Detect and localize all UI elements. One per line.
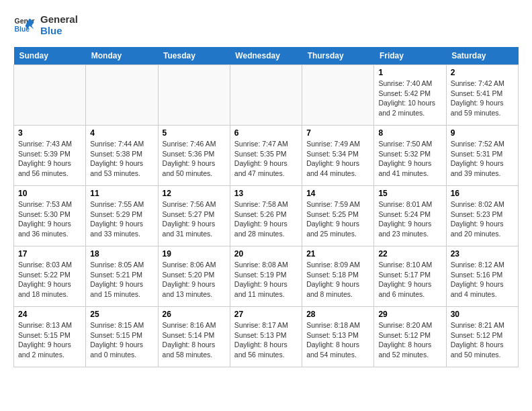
day-cell: 26Sunrise: 8:16 AMSunset: 5:14 PMDayligh… xyxy=(158,307,230,367)
day-cell xyxy=(302,65,374,126)
day-info: Sunrise: 8:06 AMSunset: 5:20 PMDaylight:… xyxy=(163,260,226,300)
day-number: 24 xyxy=(18,310,81,319)
week-row-2: 3Sunrise: 7:43 AMSunset: 5:39 PMDaylight… xyxy=(14,126,519,186)
week-row-4: 17Sunrise: 8:03 AMSunset: 5:22 PMDayligh… xyxy=(14,246,519,307)
day-cell: 5Sunrise: 7:46 AMSunset: 5:36 PMDaylight… xyxy=(158,126,230,186)
day-info: Sunrise: 8:10 AMSunset: 5:17 PMDaylight:… xyxy=(378,260,441,300)
day-number: 18 xyxy=(90,249,153,259)
day-number: 6 xyxy=(234,128,298,138)
day-cell: 28Sunrise: 8:18 AMSunset: 5:13 PMDayligh… xyxy=(302,307,374,367)
day-info: Sunrise: 7:52 AMSunset: 5:31 PMDaylight:… xyxy=(451,139,514,179)
day-cell: 27Sunrise: 8:17 AMSunset: 5:13 PMDayligh… xyxy=(230,307,302,367)
day-cell: 4Sunrise: 7:44 AMSunset: 5:38 PMDaylight… xyxy=(86,126,158,186)
day-number: 19 xyxy=(163,249,226,259)
day-number: 10 xyxy=(18,189,81,198)
day-number: 11 xyxy=(90,189,153,198)
day-info: Sunrise: 8:12 AMSunset: 5:16 PMDaylight:… xyxy=(451,260,514,300)
day-number: 5 xyxy=(163,128,226,138)
day-number: 4 xyxy=(90,128,153,138)
page-header: General Blue General Blue xyxy=(13,13,519,36)
day-info: Sunrise: 8:03 AMSunset: 5:22 PMDaylight:… xyxy=(18,260,81,300)
day-info: Sunrise: 8:13 AMSunset: 5:15 PMDaylight:… xyxy=(18,320,81,360)
day-number: 7 xyxy=(306,128,369,138)
day-number: 21 xyxy=(306,249,369,259)
day-cell xyxy=(158,65,230,126)
day-number: 2 xyxy=(451,68,514,77)
day-info: Sunrise: 8:20 AMSunset: 5:12 PMDaylight:… xyxy=(378,320,441,360)
logo: General Blue General Blue xyxy=(13,13,78,36)
day-number: 16 xyxy=(451,189,514,198)
day-info: Sunrise: 7:50 AMSunset: 5:32 PMDaylight:… xyxy=(378,139,441,179)
day-cell xyxy=(86,65,158,126)
day-number: 13 xyxy=(234,189,298,198)
col-header-saturday: Saturday xyxy=(446,47,518,65)
day-cell: 23Sunrise: 8:12 AMSunset: 5:16 PMDayligh… xyxy=(446,246,518,307)
day-cell: 25Sunrise: 8:15 AMSunset: 5:15 PMDayligh… xyxy=(86,307,158,367)
day-cell: 21Sunrise: 8:09 AMSunset: 5:18 PMDayligh… xyxy=(302,246,374,307)
day-number: 25 xyxy=(90,310,153,319)
col-header-friday: Friday xyxy=(374,47,446,65)
col-header-monday: Monday xyxy=(86,47,158,65)
day-cell xyxy=(14,65,86,126)
day-info: Sunrise: 7:58 AMSunset: 5:26 PMDaylight:… xyxy=(234,199,298,239)
day-info: Sunrise: 7:56 AMSunset: 5:27 PMDaylight:… xyxy=(163,199,226,239)
day-info: Sunrise: 7:44 AMSunset: 5:38 PMDaylight:… xyxy=(90,139,153,179)
day-number: 26 xyxy=(163,310,226,319)
day-number: 15 xyxy=(378,189,441,198)
day-info: Sunrise: 7:40 AMSunset: 5:42 PMDaylight:… xyxy=(378,79,441,118)
day-cell: 7Sunrise: 7:49 AMSunset: 5:34 PMDaylight… xyxy=(302,126,374,186)
logo-icon: General Blue xyxy=(13,14,35,36)
day-number: 22 xyxy=(378,249,441,259)
day-info: Sunrise: 8:21 AMSunset: 5:12 PMDaylight:… xyxy=(451,320,514,360)
day-cell: 11Sunrise: 7:55 AMSunset: 5:29 PMDayligh… xyxy=(86,186,158,246)
day-cell: 13Sunrise: 7:58 AMSunset: 5:26 PMDayligh… xyxy=(230,186,302,246)
day-info: Sunrise: 8:05 AMSunset: 5:21 PMDaylight:… xyxy=(90,260,153,300)
day-number: 27 xyxy=(234,310,298,319)
day-number: 3 xyxy=(18,128,81,138)
day-number: 1 xyxy=(378,68,441,77)
day-cell: 10Sunrise: 7:53 AMSunset: 5:30 PMDayligh… xyxy=(14,186,86,246)
day-info: Sunrise: 7:42 AMSunset: 5:41 PMDaylight:… xyxy=(451,79,514,118)
day-cell: 30Sunrise: 8:21 AMSunset: 5:12 PMDayligh… xyxy=(446,307,518,367)
day-cell: 24Sunrise: 8:13 AMSunset: 5:15 PMDayligh… xyxy=(14,307,86,367)
day-cell: 17Sunrise: 8:03 AMSunset: 5:22 PMDayligh… xyxy=(14,246,86,307)
day-info: Sunrise: 8:16 AMSunset: 5:14 PMDaylight:… xyxy=(163,320,226,360)
col-header-sunday: Sunday xyxy=(14,47,86,65)
col-header-thursday: Thursday xyxy=(302,47,374,65)
day-cell: 9Sunrise: 7:52 AMSunset: 5:31 PMDaylight… xyxy=(446,126,518,186)
col-header-wednesday: Wednesday xyxy=(230,47,302,65)
day-cell: 29Sunrise: 8:20 AMSunset: 5:12 PMDayligh… xyxy=(374,307,446,367)
day-cell: 2Sunrise: 7:42 AMSunset: 5:41 PMDaylight… xyxy=(446,65,518,126)
logo-general: General xyxy=(40,13,78,25)
day-number: 9 xyxy=(451,128,514,138)
week-row-3: 10Sunrise: 7:53 AMSunset: 5:30 PMDayligh… xyxy=(14,186,519,246)
day-cell: 16Sunrise: 8:02 AMSunset: 5:23 PMDayligh… xyxy=(446,186,518,246)
day-number: 30 xyxy=(451,310,514,319)
day-number: 28 xyxy=(306,310,369,319)
day-number: 14 xyxy=(306,189,369,198)
day-cell: 6Sunrise: 7:47 AMSunset: 5:35 PMDaylight… xyxy=(230,126,302,186)
week-row-5: 24Sunrise: 8:13 AMSunset: 5:15 PMDayligh… xyxy=(14,307,519,367)
day-cell: 1Sunrise: 7:40 AMSunset: 5:42 PMDaylight… xyxy=(374,65,446,126)
day-info: Sunrise: 7:49 AMSunset: 5:34 PMDaylight:… xyxy=(306,139,369,179)
day-number: 12 xyxy=(163,189,226,198)
day-info: Sunrise: 8:08 AMSunset: 5:19 PMDaylight:… xyxy=(234,260,298,300)
calendar-table: SundayMondayTuesdayWednesdayThursdayFrid… xyxy=(13,47,519,367)
day-cell: 14Sunrise: 7:59 AMSunset: 5:25 PMDayligh… xyxy=(302,186,374,246)
day-number: 23 xyxy=(451,249,514,259)
day-cell: 8Sunrise: 7:50 AMSunset: 5:32 PMDaylight… xyxy=(374,126,446,186)
day-number: 20 xyxy=(234,249,298,259)
logo-blue: Blue xyxy=(40,25,78,36)
day-info: Sunrise: 8:01 AMSunset: 5:24 PMDaylight:… xyxy=(378,199,441,239)
day-info: Sunrise: 7:53 AMSunset: 5:30 PMDaylight:… xyxy=(18,199,81,239)
day-cell: 20Sunrise: 8:08 AMSunset: 5:19 PMDayligh… xyxy=(230,246,302,307)
day-cell xyxy=(230,65,302,126)
day-cell: 19Sunrise: 8:06 AMSunset: 5:20 PMDayligh… xyxy=(158,246,230,307)
header-row: SundayMondayTuesdayWednesdayThursdayFrid… xyxy=(14,47,519,65)
col-header-tuesday: Tuesday xyxy=(158,47,230,65)
day-number: 17 xyxy=(18,249,81,259)
day-number: 29 xyxy=(378,310,441,319)
day-cell: 3Sunrise: 7:43 AMSunset: 5:39 PMDaylight… xyxy=(14,126,86,186)
day-info: Sunrise: 8:17 AMSunset: 5:13 PMDaylight:… xyxy=(234,320,298,360)
day-info: Sunrise: 7:43 AMSunset: 5:39 PMDaylight:… xyxy=(18,139,81,179)
